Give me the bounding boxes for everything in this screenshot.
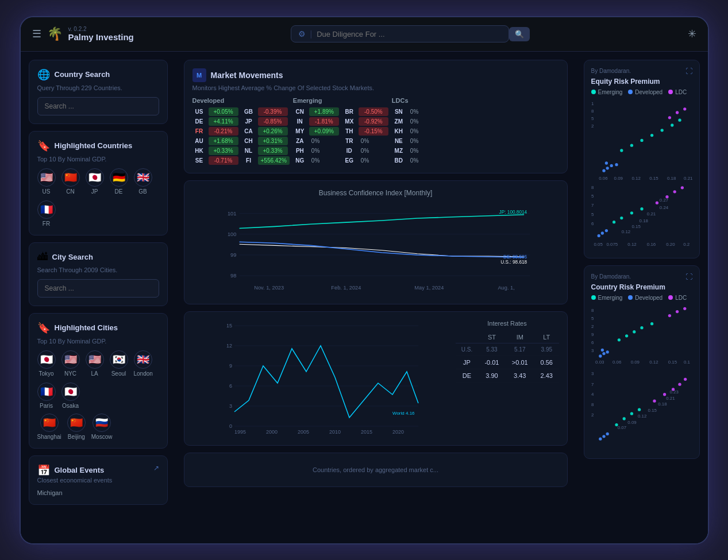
change-eg: 0% (359, 156, 371, 165)
tag-gb[interactable]: GB (242, 107, 256, 116)
tag-eg[interactable]: EG (342, 156, 356, 165)
svg-text:6: 6 (591, 340, 594, 345)
flag-shanghai[interactable]: 🇨🇳Shanghai (37, 414, 61, 440)
jp-label: JP: 100.8014 (499, 209, 527, 214)
tag-za[interactable]: ZA (293, 137, 307, 145)
country-search-card: 🌐 Country Search Query Through 229 Count… (29, 60, 168, 124)
tag-jp[interactable]: JP (242, 117, 256, 126)
svg-point-41 (650, 133, 653, 136)
flag-la[interactable]: 🇺🇸LA (86, 350, 104, 377)
flag-us[interactable]: 🇺🇸 US (37, 168, 56, 195)
settings-icon[interactable]: ✳ (688, 28, 696, 40)
country-search-input[interactable] (37, 97, 159, 115)
tag-br[interactable]: BR (342, 107, 356, 116)
country-us[interactable]: U.S. (456, 343, 479, 356)
tag-se[interactable]: SE (192, 156, 206, 165)
tag-de[interactable]: DE (192, 117, 206, 126)
svg-point-97 (650, 322, 653, 325)
equity-scatter-svg: 1 8 5 2 (591, 100, 692, 181)
flag-moscow[interactable]: 🇷🇺Moscow (91, 414, 113, 440)
tag-ng[interactable]: NG (293, 156, 307, 165)
flag-nyc[interactable]: 🇺🇸NYC (61, 350, 80, 377)
tag-ca[interactable]: CA (242, 127, 256, 136)
tag-au[interactable]: AU (192, 137, 206, 145)
svg-text:0.1: 0.1 (684, 360, 691, 365)
global-search-bar: ⚙ | (291, 25, 509, 43)
tag-zm[interactable]: ZM (392, 117, 406, 126)
gear-icon[interactable]: ⚙ (298, 29, 306, 38)
highlighted-countries-header: 🔖 Highlighted Countries (37, 140, 159, 152)
tag-ph[interactable]: PH (293, 146, 307, 155)
equity-expand-icon[interactable]: ⛶ (685, 67, 692, 75)
tag-ne[interactable]: NE (392, 137, 406, 145)
tag-fr[interactable]: FR (192, 127, 206, 136)
svg-point-95 (633, 330, 635, 333)
flag-osaka[interactable]: 🇯🇵Osaka (61, 383, 80, 409)
change-nl: +0.33% (258, 146, 288, 155)
tag-th[interactable]: TH (342, 127, 356, 136)
market-row: SN0% (392, 107, 421, 116)
bci-chart-card: Business Confidence Index [Monthly] 101 … (184, 180, 568, 304)
tag-tr[interactable]: TR (342, 137, 356, 145)
country-expand-icon[interactable]: ⛶ (685, 273, 692, 281)
tag-ch[interactable]: CH (242, 137, 256, 145)
highlighted-cities-subtitle: Top 10 By Nominal GDP. (37, 338, 159, 345)
flag-seoul[interactable]: 🇰🇷Seoul (110, 350, 128, 377)
flag-beijing[interactable]: 🇨🇳Beijing (67, 414, 86, 440)
market-row: US+0.05% (192, 107, 238, 116)
change-hk: +0.33% (209, 146, 238, 155)
tag-us[interactable]: US (192, 107, 206, 116)
market-movements-card: M Market Movements Monitors Highest Aver… (184, 60, 568, 173)
developed-dot (628, 90, 633, 94)
market-movements-header: M Market Movements (192, 68, 559, 82)
flag-gb[interactable]: 🇬🇧 GB (134, 168, 152, 195)
flag-london[interactable]: 🇬🇧London (134, 350, 153, 377)
market-row: CH+0.31% (242, 137, 290, 145)
market-row: AU+1.68% (192, 137, 238, 145)
tag-hk[interactable]: HK (192, 146, 206, 155)
main-content: 🌐 Country Search Query Through 229 Count… (21, 52, 708, 543)
flag-tokyo[interactable]: 🇯🇵Tokyo (37, 350, 56, 377)
global-search-input[interactable] (317, 30, 501, 38)
market-table: Developed US+0.05% DE+4.11% FR-0.21% AU+… (192, 97, 559, 165)
city-search-input[interactable] (37, 279, 159, 298)
divider: | (310, 29, 313, 38)
tag-sn[interactable]: SN (392, 107, 406, 116)
tag-cn[interactable]: CN (293, 107, 307, 116)
tag-mz[interactable]: MZ (392, 146, 406, 155)
svg-point-70 (680, 186, 683, 189)
svg-text:0.15: 0.15 (649, 176, 658, 181)
global-search-button[interactable]: 🔍 (509, 27, 530, 41)
svg-point-122 (678, 383, 681, 386)
flag-jp[interactable]: 🇯🇵 JP (86, 168, 104, 195)
expand-icon[interactable]: ↗ (153, 464, 159, 472)
tag-in[interactable]: IN (293, 117, 307, 126)
svg-point-113 (602, 435, 605, 438)
svg-text:0.21: 0.21 (646, 211, 656, 217)
svg-point-39 (630, 144, 633, 146)
flag-de[interactable]: 🇩🇪 DE (110, 168, 128, 195)
global-events-first-item[interactable]: Michigan (37, 489, 159, 496)
flag-paris[interactable]: 🇫🇷Paris (37, 383, 56, 409)
cr-legend-developed: Developed (628, 295, 662, 301)
market-row: TR0% (342, 137, 388, 145)
tag-kh[interactable]: KH (392, 127, 406, 136)
interest-table-title: Interest Rates (456, 320, 559, 327)
svg-text:0.15: 0.15 (668, 360, 677, 365)
tag-fi[interactable]: FI (242, 156, 256, 165)
change-ph: 0% (309, 146, 322, 155)
country-de[interactable]: DE (456, 369, 479, 382)
flag-cn[interactable]: 🇨🇳 CN (61, 168, 80, 195)
tag-my[interactable]: MY (293, 127, 307, 136)
tag-bd[interactable]: BD (392, 156, 406, 165)
country-jp[interactable]: JP (456, 356, 479, 369)
menu-icon[interactable]: ☰ (32, 28, 41, 40)
tag-id[interactable]: ID (342, 146, 356, 155)
change-id: 0% (359, 146, 371, 155)
tag-nl[interactable]: NL (242, 146, 256, 155)
city-icon: 🏙 (37, 251, 48, 263)
flag-fr[interactable]: 🇫🇷 FR (37, 200, 56, 227)
tag-mx[interactable]: MX (342, 117, 356, 126)
svg-point-46 (675, 111, 678, 114)
svg-point-89 (599, 354, 602, 357)
